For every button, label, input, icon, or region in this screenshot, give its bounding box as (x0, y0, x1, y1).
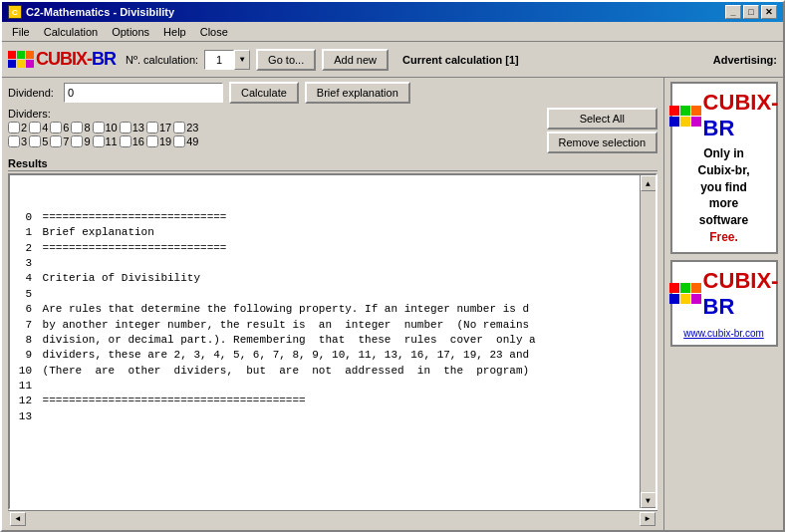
checkbox-16-input[interactable] (120, 135, 131, 147)
line-text: (There are other dividers, but are not a… (36, 365, 529, 377)
checkbox-8: 8 (71, 122, 90, 133)
menu-file[interactable]: File (6, 25, 36, 39)
checkbox-17-input[interactable] (146, 122, 158, 133)
line-number: 11 (14, 379, 32, 394)
line-number: 3 (14, 256, 32, 271)
calc-number-input[interactable] (204, 50, 234, 70)
calc-dropdown-button[interactable]: ▼ (234, 50, 250, 70)
line-number: 9 (14, 348, 32, 363)
line-number: 0 (14, 210, 32, 225)
title-bar: C C2-Mathematics - Divisibility _ □ ✕ (2, 2, 783, 22)
selection-buttons: Select All Remove selection (547, 108, 657, 153)
close-button[interactable]: ✕ (761, 5, 777, 19)
line-number: 1 (14, 225, 32, 240)
checkbox-10-input[interactable] (93, 122, 105, 133)
checkbox-17: 17 (146, 122, 171, 133)
result-line: 7 by another integer number, the result … (14, 318, 636, 333)
select-all-button[interactable]: Select All (547, 108, 657, 130)
menu-help[interactable]: Help (157, 25, 192, 39)
checkbox-49-input[interactable] (173, 135, 185, 147)
line-text: Are rules that determine the following p… (36, 303, 529, 315)
checkbox-7-input[interactable] (50, 135, 62, 147)
remove-selection-button[interactable]: Remove selection (547, 132, 657, 153)
ad-logo-row-2: CUBIX-BR (669, 268, 779, 320)
checkbox-13: 13 (120, 122, 144, 133)
results-text[interactable]: 0 ============================1 Brief ex… (10, 175, 640, 508)
window-title: C2-Mathematics - Divisibility (26, 6, 174, 18)
checkbox-11-input[interactable] (93, 135, 105, 147)
menu-calculation[interactable]: Calculation (38, 25, 104, 39)
scroll-right-button[interactable]: ► (640, 512, 655, 526)
checkbox-8-input[interactable] (71, 122, 83, 133)
ad-logo-text-2: CUBIX-BR (703, 268, 779, 320)
ad-logo-row: CUBIX-BR (669, 90, 779, 141)
checkbox-13-input[interactable] (120, 122, 131, 133)
line-text: ============================ (36, 242, 226, 254)
ad-logo-squares (669, 106, 701, 127)
results-container: 0 ============================1 Brief ex… (8, 173, 657, 510)
checkbox-5-input[interactable] (29, 135, 41, 147)
maximize-button[interactable]: □ (743, 5, 759, 19)
ad-logo-text: CUBIX-BR (703, 90, 779, 141)
line-text: ============================ (36, 211, 226, 223)
result-line: 0 ============================ (14, 210, 636, 225)
checkbox-3: 3 (8, 135, 27, 147)
brief-explanation-button[interactable]: Brief explanation (305, 82, 410, 104)
goto-button[interactable]: Go to... (256, 49, 316, 71)
checkboxes-row-1: 2 4 6 8 10 13 17 23 (8, 122, 539, 133)
ad-panel: CUBIX-BR Only inCubix-br,you findmoresof… (663, 78, 783, 530)
title-controls: _ □ ✕ (725, 5, 777, 19)
line-number: 2 (14, 241, 32, 256)
menu-close[interactable]: Close (194, 25, 234, 39)
minimize-button[interactable]: _ (725, 5, 741, 19)
dividend-row: Dividend: Calculate Brief explanation (8, 82, 657, 104)
results-label: Results (8, 157, 657, 171)
scroll-down-button[interactable]: ▼ (641, 492, 656, 508)
ad-url[interactable]: www.cubix-br.com (683, 328, 764, 339)
results-scrollbar: ▲ ▼ (640, 175, 655, 508)
main-panel: Dividend: Calculate Brief explanation Di… (2, 78, 663, 530)
dividend-input[interactable] (64, 83, 223, 103)
content-area: Dividend: Calculate Brief explanation Di… (2, 78, 783, 530)
checkbox-9-input[interactable] (71, 135, 83, 147)
result-line: 3 (14, 256, 636, 271)
app-icon: C (8, 5, 22, 19)
line-number: 4 (14, 271, 32, 286)
scroll-track[interactable] (641, 191, 656, 492)
checkbox-9: 9 (71, 135, 90, 147)
scroll-up-button[interactable]: ▲ (641, 175, 656, 191)
result-line: 1 Brief explanation (14, 225, 636, 240)
menu-bar: File Calculation Options Help Close (2, 22, 783, 42)
checkbox-2-input[interactable] (8, 122, 20, 133)
logo-text: CUBIX-BR (36, 49, 116, 70)
add-new-button[interactable]: Add new (322, 49, 389, 71)
calculate-button[interactable]: Calculate (229, 82, 299, 104)
checkbox-23-input[interactable] (173, 122, 185, 133)
logo-squares (8, 51, 34, 68)
checkbox-19-input[interactable] (146, 135, 158, 147)
checkbox-16: 16 (120, 135, 144, 147)
result-line: 6 Are rules that determine the following… (14, 302, 636, 317)
dividers-label: Dividers: (8, 108, 539, 120)
line-number: 12 (14, 394, 32, 408)
checkbox-4-input[interactable] (29, 122, 41, 133)
checkbox-3-input[interactable] (8, 135, 20, 147)
line-text: Criteria of Divisibility (36, 272, 200, 284)
toolbar: CUBIX-BR Nº. calculation: ▼ Go to... Add… (2, 42, 783, 78)
menu-options[interactable]: Options (106, 25, 155, 39)
logo: CUBIX-BR (8, 49, 116, 70)
result-line: 13 (14, 409, 636, 424)
line-number: 5 (14, 287, 32, 302)
checkbox-4: 4 (29, 122, 48, 133)
scroll-left-button[interactable]: ◄ (10, 512, 26, 526)
line-number: 13 (14, 409, 32, 424)
checkbox-6-input[interactable] (50, 122, 62, 133)
calc-input-container: ▼ (204, 50, 250, 70)
ad-tagline: Only inCubix-br,you findmoresoftwareFree… (697, 145, 749, 246)
checkbox-7: 7 (50, 135, 69, 147)
line-text: ======================================== (36, 395, 306, 406)
result-line: 12 =====================================… (14, 394, 636, 408)
checkbox-2: 2 (8, 122, 27, 133)
scroll-h-track[interactable] (26, 512, 640, 526)
checkbox-19: 19 (146, 135, 171, 147)
